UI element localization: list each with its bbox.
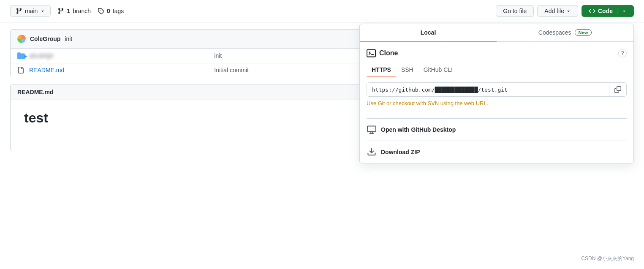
help-button[interactable]: ? bbox=[618, 49, 627, 57]
code-label: Code bbox=[598, 8, 613, 14]
branch-count: 1 bbox=[67, 8, 70, 14]
subtab-cli[interactable]: GitHub CLI bbox=[418, 63, 458, 77]
tag-icon bbox=[98, 8, 104, 14]
code-button[interactable]: Code bbox=[582, 5, 634, 17]
branch-text: branch bbox=[73, 8, 91, 14]
branch-label: main bbox=[25, 8, 38, 14]
clone-url-input[interactable] bbox=[367, 83, 609, 96]
code-dropdown-panel: Local Codespaces New Clone ? HTTPS bbox=[359, 24, 634, 163]
url-hint: Use Git or checkout with SVN using the w… bbox=[367, 100, 627, 106]
clone-header: Clone ? bbox=[367, 49, 627, 58]
tab-codespaces[interactable]: Codespaces New bbox=[497, 24, 633, 42]
download-zip-action[interactable]: Download ZIP bbox=[360, 141, 633, 163]
subtab-ssh[interactable]: SSH bbox=[396, 63, 418, 77]
readme-file-name[interactable]: README.md bbox=[29, 67, 214, 73]
folder-icon bbox=[17, 52, 29, 60]
copy-url-button[interactable] bbox=[609, 83, 626, 96]
page-container: main 1 branch 0 tags bbox=[0, 0, 644, 269]
add-file-button[interactable]: Add file bbox=[537, 5, 578, 17]
file-icon bbox=[17, 67, 29, 73]
desktop-icon bbox=[367, 125, 377, 135]
branch-count-link[interactable]: 1 branch bbox=[57, 8, 91, 14]
terminal-icon bbox=[367, 49, 376, 58]
copy-icon bbox=[614, 86, 621, 93]
download-zip-label: Download ZIP bbox=[381, 149, 420, 155]
open-desktop-action[interactable]: Open with GitHub Desktop bbox=[360, 119, 633, 141]
open-desktop-label: Open with GitHub Desktop bbox=[381, 126, 456, 133]
zip-icon bbox=[367, 147, 377, 157]
add-file-chevron-icon bbox=[566, 8, 571, 14]
toolbar: main 1 branch 0 tags bbox=[0, 0, 644, 22]
go-to-file-button[interactable]: Go to file bbox=[496, 5, 534, 17]
new-badge: New bbox=[575, 29, 592, 36]
branch-count-icon bbox=[57, 8, 64, 14]
toolbar-left: main 1 branch 0 tags bbox=[10, 5, 124, 17]
commit-author: ColeGroup bbox=[30, 35, 60, 42]
code-btn-divider bbox=[617, 8, 617, 14]
tab-local[interactable]: Local bbox=[360, 24, 497, 42]
add-file-label: Add file bbox=[544, 8, 564, 14]
codespaces-label: Codespaces bbox=[538, 29, 571, 36]
commit-message: init bbox=[65, 35, 72, 42]
clone-title: Clone bbox=[379, 49, 398, 57]
clone-subtabs: HTTPS SSH GitHub CLI bbox=[367, 63, 627, 77]
subtab-https[interactable]: HTTPS bbox=[367, 63, 396, 77]
branch-selector-button[interactable]: main bbox=[10, 5, 51, 17]
folder-name[interactable]: abcdefgh bbox=[29, 52, 214, 59]
git-branch-icon bbox=[16, 8, 22, 14]
code-icon bbox=[589, 8, 595, 14]
code-chevron-icon bbox=[622, 8, 627, 14]
tag-count-link[interactable]: 0 tags bbox=[98, 8, 124, 14]
tag-count: 0 bbox=[107, 8, 110, 14]
tag-text: tags bbox=[113, 8, 124, 14]
watermark: CSDN @小灰灰的Yang bbox=[581, 255, 634, 262]
url-row bbox=[367, 82, 627, 97]
clone-title-wrap: Clone bbox=[367, 49, 398, 58]
dropdown-body: Clone ? HTTPS SSH GitHub CLI Use bbox=[360, 42, 633, 118]
chevron-down-icon bbox=[40, 8, 45, 14]
toolbar-right: Go to file Add file Code bbox=[496, 5, 634, 17]
dropdown-tabs: Local Codespaces New bbox=[360, 24, 633, 42]
avatar bbox=[17, 35, 26, 43]
